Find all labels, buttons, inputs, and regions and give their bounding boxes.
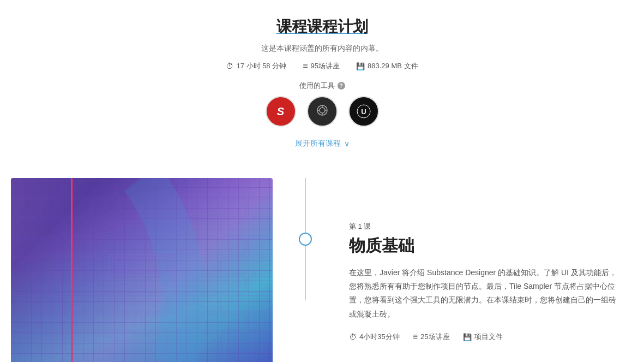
svg-rect-28 — [196, 238, 245, 254]
svg-text:U: U — [361, 108, 366, 116]
lesson-list-icon — [413, 332, 418, 342]
tool-substance-icon: S — [266, 96, 296, 127]
svg-rect-56 — [221, 334, 270, 350]
svg-rect-18 — [248, 200, 273, 216]
svg-rect-51 — [248, 314, 273, 331]
timeline-dot — [299, 233, 312, 246]
lesson-title: 物质基础 — [349, 235, 633, 257]
lesson-lectures-meta: 25场讲座 — [413, 332, 450, 342]
svg-rect-53 — [65, 334, 115, 350]
files-meta: 883.29 MB 文件 — [356, 61, 418, 71]
course-meta: 17 小时 58 分钟 95场讲座 883.29 MB 文件 — [11, 61, 633, 71]
lesson-files-meta: 项目文件 — [463, 332, 503, 342]
svg-rect-42 — [65, 295, 115, 312]
svg-rect-41 — [14, 295, 63, 312]
lesson-lectures-text: 25场讲座 — [420, 332, 449, 342]
svg-rect-30 — [14, 257, 63, 274]
svg-rect-40 — [248, 276, 273, 293]
save-icon — [356, 62, 365, 70]
svg-rect-8 — [14, 181, 63, 197]
files-text: 883.29 MB 文件 — [368, 61, 418, 71]
svg-rect-25 — [41, 238, 90, 254]
lesson-duration-text: 4小时35分钟 — [359, 332, 400, 342]
svg-point-1 — [320, 108, 325, 113]
lesson-number: 第 1 课 — [349, 222, 633, 232]
expand-all-button[interactable]: 展开所有课程 ∨ — [291, 137, 354, 151]
svg-rect-47 — [41, 314, 90, 331]
svg-rect-23 — [221, 219, 270, 235]
svg-rect-46 — [11, 314, 38, 331]
lesson-duration-meta: 4小时35分钟 — [349, 332, 400, 342]
svg-rect-12 — [221, 181, 270, 197]
svg-rect-29 — [248, 238, 273, 254]
svg-rect-17 — [196, 200, 245, 216]
lesson-image-inner — [11, 178, 273, 362]
content-section: 第 1 课 物质基础 在这里，Javier 将介绍 Substance Desi… — [11, 178, 633, 362]
svg-rect-24 — [11, 238, 38, 254]
svg-rect-35 — [11, 276, 38, 293]
svg-rect-34 — [221, 257, 270, 274]
unreal-svg: U — [356, 103, 372, 120]
lesson-clock-icon — [349, 333, 357, 341]
svg-rect-13 — [11, 200, 38, 216]
duration-meta: 17 小时 58 分钟 — [226, 61, 286, 71]
svg-rect-43 — [117, 295, 166, 312]
timeline-connector — [273, 178, 338, 246]
header-section: 课程课程计划 这是本课程涵盖的所有内容的内幕。 17 小时 58 分钟 95场讲… — [11, 16, 633, 178]
tools-section: 使用的工具 ? S — [11, 81, 633, 127]
svg-rect-31 — [65, 257, 115, 274]
lesson-meta: 4小时35分钟 25场讲座 项目文件 — [349, 332, 633, 342]
clock-icon — [226, 62, 233, 70]
svg-rect-48 — [93, 314, 142, 331]
svg-rect-9 — [65, 181, 115, 197]
svg-rect-14 — [41, 200, 90, 216]
chevron-down-icon: ∨ — [344, 139, 350, 148]
lesson-save-icon — [463, 333, 472, 341]
svg-rect-36 — [41, 276, 90, 293]
tool-marmoset-icon — [307, 96, 338, 127]
svg-rect-26 — [93, 238, 142, 254]
svg-rect-20 — [65, 219, 115, 235]
lesson-info: 第 1 课 物质基础 在这里，Javier 将介绍 Substance Desi… — [338, 178, 633, 342]
tools-label: 使用的工具 ? — [11, 81, 633, 91]
duration-text: 17 小时 58 分钟 — [236, 61, 286, 71]
lectures-meta: 95场讲座 — [303, 61, 340, 71]
svg-rect-19 — [14, 219, 63, 235]
svg-rect-52 — [14, 334, 63, 350]
lesson-description: 在这里，Javier 将介绍 Substance Designer 的基础知识。… — [349, 266, 622, 321]
svg-rect-45 — [221, 295, 270, 312]
marmoset-svg — [314, 103, 330, 120]
lectures-text: 95场讲座 — [311, 61, 340, 71]
course-title: 课程课程计划 — [11, 16, 633, 37]
expand-label: 展开所有课程 — [295, 139, 341, 149]
list-icon — [303, 61, 308, 71]
lesson-files-text: 项目文件 — [474, 332, 503, 342]
lesson-image — [11, 178, 273, 362]
help-icon[interactable]: ? — [338, 82, 345, 90]
tool-unreal-icon: U — [348, 96, 379, 127]
tools-icons: S U — [11, 96, 633, 127]
page-container: 课程课程计划 这是本课程涵盖的所有内容的内幕。 17 小时 58 分钟 95场讲… — [0, 0, 644, 362]
course-subtitle: 这是本课程涵盖的所有内容的内幕。 — [11, 44, 633, 54]
